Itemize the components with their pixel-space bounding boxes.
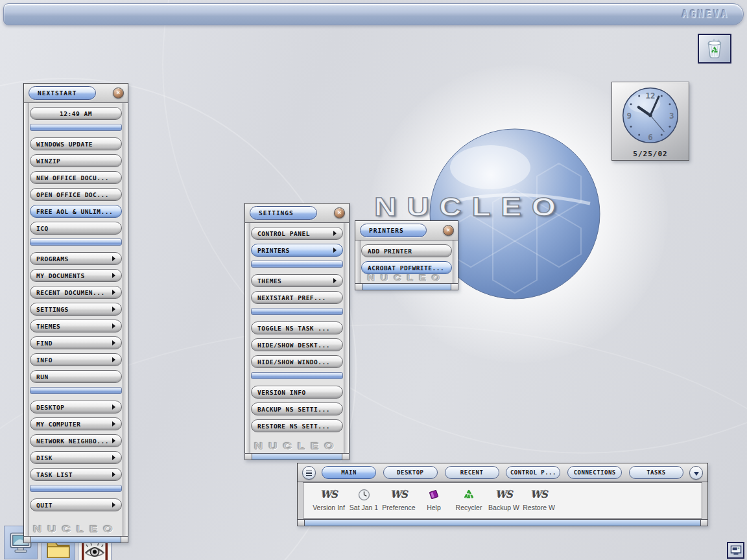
menu-item-restore-ns-sett[interactable]: RESTORE NS SETT... <box>251 419 343 432</box>
menu-item-my-computer[interactable]: MY COMPUTER <box>30 417 122 430</box>
taskbar-tab-main[interactable]: MAIN <box>322 466 376 479</box>
corner-handle[interactable] <box>451 283 458 290</box>
menu-item-programs[interactable]: PROGRAMS <box>30 252 122 265</box>
menu-item-toggle-ns-task[interactable]: TOGGLE NS TASK ... <box>251 321 343 334</box>
menu-item-quit[interactable]: QUIT <box>30 498 122 511</box>
menu-item-acrobat-pdfwrite[interactable]: ACROBAT PDFWRITE... <box>361 261 452 274</box>
menu-item-themes[interactable]: THEMES <box>251 274 343 287</box>
nextstart-title[interactable]: NEXTSTART <box>29 86 96 100</box>
menu-item-version-info[interactable]: VERSION INFO <box>251 386 343 399</box>
close-icon[interactable]: × <box>443 225 454 236</box>
corner-handle[interactable] <box>700 519 708 526</box>
submenu-arrow-icon <box>112 472 115 477</box>
taskbar-tab-tasks[interactable]: TASKS <box>629 466 683 479</box>
chevron-down-icon <box>694 472 699 476</box>
menu-item-find[interactable]: FIND <box>30 336 122 349</box>
printers-titlebar: PRINTERS × <box>355 221 458 240</box>
settings-title[interactable]: SETTINGS <box>250 206 317 220</box>
printers-menu: PRINTERS × ADD PRINTERACROBAT PDFWRITE..… <box>355 220 458 290</box>
corner-handle[interactable] <box>23 536 31 543</box>
menu-item-info[interactable]: INFO <box>30 353 122 366</box>
menu-item-free-aol-unlim[interactable]: FREE AOL & UNLIM... <box>30 205 122 218</box>
submenu-arrow-icon <box>112 307 115 312</box>
menu-item-winzip[interactable]: WINZIP <box>30 154 122 167</box>
taskbar-menu-button[interactable] <box>302 466 316 480</box>
shortcut-label: Backup W <box>488 504 519 511</box>
taskbar-tab-control-p[interactable]: CONTROL P... <box>506 466 560 479</box>
clock-icon <box>358 487 370 502</box>
menu-item-label: NEW OFFICE DOCU... <box>36 174 109 181</box>
taskbar-tab-recent[interactable]: RECENT <box>445 466 499 479</box>
corner-handle[interactable] <box>342 453 350 460</box>
taskbar-tab-connections[interactable]: CONNECTIONS <box>567 466 622 479</box>
menu-item-new-office-docu[interactable]: NEW OFFICE DOCU... <box>30 171 122 184</box>
taskbar-shortcut-preference[interactable]: WSPreference <box>381 487 416 511</box>
menu-item-label: BACKUP NS SETTI... <box>257 406 330 413</box>
menu-item-open-office-doc[interactable]: OPEN OFFICE DOC... <box>30 188 122 201</box>
recycle-bin-icon[interactable] <box>698 34 731 64</box>
menu-item-label: HIDE/SHOW DESKT... <box>257 342 330 349</box>
menu-item-hide-show-windo[interactable]: HIDE/SHOW WINDO... <box>251 355 343 368</box>
ws-logo-icon: WS <box>320 487 337 502</box>
menu-item-disk[interactable]: DISK <box>30 451 122 464</box>
menu-item-icq[interactable]: ICQ <box>30 222 122 235</box>
clock-numeral: 9 <box>627 111 632 121</box>
menu-item-12-49-am[interactable]: 12:49 AM <box>30 107 122 120</box>
desktop: AGNEVA NUCLEO <box>0 0 747 560</box>
menu-item-label: QUIT <box>36 502 53 509</box>
menu-item-hide-show-deskt[interactable]: HIDE/SHOW DESKT... <box>251 338 343 351</box>
menu-item-add-printer[interactable]: ADD PRINTER <box>361 244 452 257</box>
close-icon[interactable]: × <box>334 207 345 218</box>
menu-item-themes[interactable]: THEMES <box>30 320 122 332</box>
menu-item-recent-documen[interactable]: RECENT DOCUMEN... <box>30 286 122 299</box>
ws-logo-icon: WS <box>390 487 407 502</box>
menu-item-my-documents[interactable]: MY DOCUMENTS <box>30 269 122 282</box>
menu-item-network-neighbo[interactable]: NETWORK NEIGHBO... <box>30 434 122 447</box>
taskbar-shortcut-restore-w[interactable]: WSRestore W <box>521 487 556 511</box>
window-rail <box>344 223 349 460</box>
menu-item-label: CONTROL PANEL <box>257 230 310 237</box>
menu-item-label: THEMES <box>36 323 60 330</box>
menu-item-windows-update[interactable]: WINDOWS UPDATE <box>30 137 122 150</box>
taskbar-collapse-button[interactable] <box>689 466 703 480</box>
clock-numeral: 12 <box>645 91 655 100</box>
taskbar-tab-desktop[interactable]: DESKTOP <box>383 466 438 479</box>
menu-separator <box>251 372 343 379</box>
hamburger-icon <box>306 471 312 478</box>
menu-item-label: FREE AOL & UNLIM... <box>36 208 113 215</box>
taskbar-shortcut-version-inf[interactable]: WSVersion Inf <box>311 487 346 511</box>
menu-item-label: 12:49 AM <box>60 110 92 117</box>
corner-handle[interactable] <box>244 453 252 460</box>
menu-item-desktop[interactable]: DESKTOP <box>30 401 122 414</box>
taskbar-shortcut-recycler[interactable]: Recycler <box>451 487 486 511</box>
window-bottom-rail <box>24 536 128 542</box>
top-titlebar[interactable]: AGNEVA <box>3 3 744 25</box>
menu-item-settings[interactable]: SETTINGS <box>30 303 122 316</box>
submenu-arrow-icon <box>333 248 337 253</box>
window-bottom-rail <box>245 453 349 460</box>
menu-separator <box>30 239 122 246</box>
nucleo-watermark: NUCLEO <box>8 524 143 534</box>
clock-widget[interactable]: 12 3 6 9 5/25/02 <box>611 82 689 161</box>
taskbar-shortcut-backup-w[interactable]: WSBackup W <box>486 487 521 511</box>
menu-item-control-panel[interactable]: CONTROL PANEL <box>251 227 343 240</box>
corner-handle[interactable] <box>355 283 362 290</box>
taskbar-shortcut-sat-jan-1[interactable]: Sat Jan 1 <box>346 487 381 511</box>
close-icon[interactable]: × <box>113 88 124 99</box>
printers-title[interactable]: PRINTERS <box>360 224 427 237</box>
display-tray-icon[interactable] <box>727 542 744 559</box>
corner-handle[interactable] <box>297 519 305 526</box>
menu-item-label: SETTINGS <box>36 306 69 313</box>
taskbar-shortcut-help[interactable]: Help <box>416 487 451 511</box>
clock-numeral: 6 <box>648 132 653 142</box>
menu-item-nextstart-pref[interactable]: NEXTSTART PREF... <box>251 291 343 304</box>
menu-item-label: MY DOCUMENTS <box>36 272 85 279</box>
menu-item-run[interactable]: RUN <box>30 370 122 383</box>
menu-item-label: NETWORK NEIGHBO... <box>36 438 109 445</box>
corner-handle[interactable] <box>121 536 128 543</box>
menu-item-task-list[interactable]: TASK LIST <box>30 468 122 481</box>
submenu-arrow-icon <box>112 455 115 460</box>
taskbar-tab-row: MAINDESKTOPRECENTCONTROL P...CONNECTIONS… <box>298 463 707 482</box>
menu-item-printers[interactable]: PRINTERS <box>251 244 343 257</box>
menu-item-backup-ns-setti[interactable]: BACKUP NS SETTI... <box>251 402 343 415</box>
